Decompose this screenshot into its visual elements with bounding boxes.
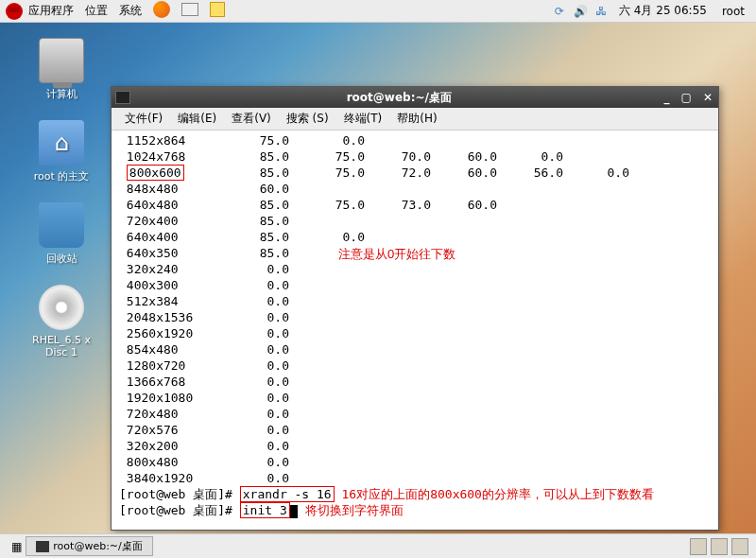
- desktop-label: 回收站: [19, 252, 104, 266]
- xrandr-row: 1152x86475.00.0: [119, 132, 711, 148]
- xrandr-row: 1920x10800.0: [119, 390, 711, 406]
- desktop-icons: 计算机 root 的主文 回收站 RHEL_6.5 x Disc 1: [19, 38, 104, 377]
- home-folder-icon: [39, 120, 84, 166]
- firefox-launcher[interactable]: [147, 1, 176, 21]
- show-desktop-button[interactable]: ▦: [8, 540, 26, 553]
- terminal-task-icon: [36, 541, 49, 552]
- user-menu[interactable]: root: [716, 5, 750, 18]
- taskbar-item[interactable]: root@web:~/桌面: [26, 536, 152, 556]
- cursor: [290, 505, 298, 518]
- minimize-button[interactable]: _: [662, 91, 672, 104]
- menu-search[interactable]: 搜索 (S): [279, 111, 336, 127]
- window-title: root@web:~/桌面: [136, 90, 662, 106]
- workspace-switcher[interactable]: [690, 538, 707, 555]
- desktop-disc[interactable]: RHEL_6.5 x Disc 1: [19, 285, 104, 358]
- close-button[interactable]: ✕: [701, 91, 714, 104]
- desktop-home[interactable]: root 的主文: [19, 120, 104, 183]
- taskbar-label: root@web:~/桌面: [53, 539, 142, 553]
- xrandr-row: 2560x19200.0: [119, 325, 711, 341]
- mail-icon: [181, 3, 198, 16]
- computer-icon: [39, 38, 84, 83]
- update-tray-icon[interactable]: ⟳: [551, 3, 568, 20]
- terminal-titlebar-icon: [115, 91, 130, 104]
- xrandr-row: 720x4800.0: [119, 406, 711, 422]
- xrandr-row: 800x60085.075.072.060.056.00.0: [119, 165, 711, 181]
- menu-terminal[interactable]: 终端(T): [336, 111, 390, 127]
- workspace-switcher[interactable]: [711, 538, 728, 555]
- menu-edit[interactable]: 编辑(E): [170, 111, 224, 127]
- clock[interactable]: 六 4月 25 06:55: [613, 3, 713, 19]
- annotation-count-from-zero: 注意是从0开始往下数: [338, 246, 455, 262]
- distro-icon: [6, 3, 23, 20]
- menu-help[interactable]: 帮助(H): [389, 111, 444, 127]
- terminal-window: root@web:~/桌面 _ ▢ ✕ 文件(F) 编辑(E) 查看(V) 搜索…: [111, 86, 719, 531]
- mail-launcher[interactable]: [176, 3, 204, 19]
- desktop-trash[interactable]: 回收站: [19, 202, 104, 266]
- desktop-computer[interactable]: 计算机: [19, 38, 104, 101]
- volume-tray-icon[interactable]: 🔊: [572, 3, 589, 20]
- desktop-label: root 的主文: [19, 169, 104, 183]
- maximize-button[interactable]: ▢: [679, 91, 694, 104]
- xrandr-row: 512x3840.0: [119, 293, 711, 309]
- titlebar[interactable]: root@web:~/桌面 _ ▢ ✕: [112, 87, 718, 108]
- menu-applications[interactable]: 应用程序: [23, 3, 79, 19]
- xrandr-row: 320x2000.0: [119, 438, 711, 454]
- disc-icon: [39, 285, 84, 330]
- bottom-panel: ▦ root@web:~/桌面: [0, 533, 756, 558]
- xrandr-row: 1280x7200.0: [119, 357, 711, 374]
- xrandr-row: 400x3000.0: [119, 277, 711, 293]
- trash-panel-icon[interactable]: [731, 538, 748, 555]
- xrandr-row: 320x2400.0: [119, 261, 711, 277]
- network-tray-icon[interactable]: 🖧: [593, 3, 610, 20]
- top-panel: 应用程序 位置 系统 ⟳ 🔊 🖧 六 4月 25 06:55 root: [0, 0, 756, 23]
- xrandr-row: 1366x7680.0: [119, 374, 711, 390]
- xrandr-row: 720x5760.0: [119, 422, 711, 438]
- xrandr-row: 854x4800.0: [119, 341, 711, 357]
- desktop-label: 计算机: [19, 87, 104, 101]
- desktop-label: RHEL_6.5 x Disc 1: [19, 334, 104, 358]
- menubar: 文件(F) 编辑(E) 查看(V) 搜索 (S) 终端(T) 帮助(H): [112, 108, 718, 131]
- note-icon: [210, 2, 225, 17]
- xrandr-row: 2048x15360.0: [119, 309, 711, 325]
- xrandr-row: 720x40085.0: [119, 213, 711, 229]
- menu-file[interactable]: 文件(F): [117, 111, 170, 127]
- terminal-output[interactable]: 1152x86475.00.0 1024x76885.075.070.060.0…: [112, 131, 718, 530]
- menu-places[interactable]: 位置: [79, 3, 113, 19]
- menu-system[interactable]: 系统: [113, 3, 147, 19]
- xrandr-row: 640x48085.075.073.060.0: [119, 197, 711, 213]
- menu-view[interactable]: 查看(V): [224, 111, 279, 127]
- xrandr-row: 1024x76885.075.070.060.00.0: [119, 148, 711, 165]
- firefox-icon: [153, 1, 170, 18]
- xrandr-row: 3840x19200.0: [119, 470, 711, 486]
- prompt-line: [root@web 桌面]# xrandr -s 16 16对应的上面的800x…: [119, 486, 711, 502]
- notes-launcher[interactable]: [204, 2, 231, 20]
- xrandr-row: 640x40085.00.0: [119, 229, 711, 245]
- xrandr-row: 800x4800.0: [119, 454, 711, 470]
- trash-icon: [39, 202, 84, 248]
- xrandr-row: 848x48060.0: [119, 181, 711, 197]
- prompt-line: [root@web 桌面]# init 3 将切换到字符界面: [119, 502, 711, 518]
